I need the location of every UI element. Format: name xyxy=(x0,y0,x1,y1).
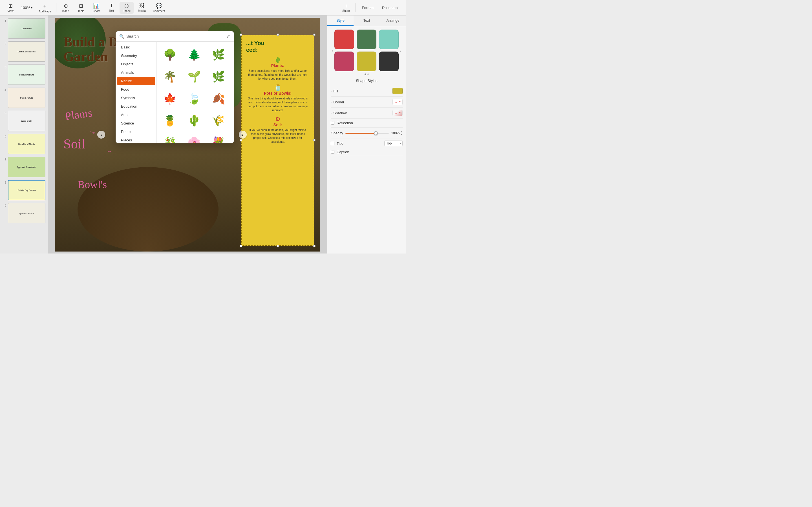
shape-succulent[interactable]: 🌸 xyxy=(184,132,204,143)
shape-deciduous-tree[interactable]: 🌳 xyxy=(160,45,180,65)
shape-flower-cluster[interactable]: 💐 xyxy=(208,132,229,143)
title-position-select[interactable]: Top Bottom xyxy=(384,140,403,146)
border-row[interactable]: › Border xyxy=(331,97,403,108)
shape-cat-basic[interactable]: Basic xyxy=(117,43,155,51)
slide-thumb-7[interactable]: 7 Types of Succulents xyxy=(2,156,46,178)
opacity-decrement[interactable]: ▼ xyxy=(400,133,403,136)
shape-bamboo[interactable]: 🎋 xyxy=(160,132,180,143)
slide-number-8: 8 xyxy=(2,181,6,184)
shape-style-swatch-red[interactable] xyxy=(335,30,354,49)
shape-pine-tree[interactable]: 🌲 xyxy=(184,45,204,65)
shape-search-input[interactable] xyxy=(126,34,224,39)
opacity-slider[interactable] xyxy=(345,133,389,134)
document-button[interactable]: Document xyxy=(378,4,403,11)
canvas-area[interactable]: Build a Dr Garden Plants → Soil → Bowl's… xyxy=(48,15,327,253)
thumb-content-7: Types of Succulents xyxy=(8,157,45,177)
shape-cat-animals[interactable]: Animals xyxy=(117,68,155,76)
slide-thumb-5[interactable]: 5 Word origin xyxy=(2,110,46,131)
shape-cat-nature[interactable]: Nature xyxy=(117,77,155,85)
tab-text[interactable]: Text xyxy=(354,15,380,26)
shape-palm-tree[interactable]: 🌴 xyxy=(160,66,180,87)
slide-thumb-3[interactable]: 3 Succulent Parts xyxy=(2,64,46,86)
shape-style-swatch-teal[interactable] xyxy=(379,30,399,49)
slide-thumb-4[interactable]: 4 Past & Future xyxy=(2,87,46,108)
shape-plant-stem[interactable]: 🌱 xyxy=(184,66,204,87)
chart-button[interactable]: 📊 Chart xyxy=(89,2,103,14)
tab-arrange[interactable]: Arrange xyxy=(380,15,406,26)
prev-slide-button[interactable]: ‹ xyxy=(97,131,105,138)
view-button[interactable]: ⊞ View xyxy=(3,2,17,14)
shape-cat-geometry[interactable]: Geometry xyxy=(117,52,155,60)
swatch-grid xyxy=(335,30,399,71)
caption-checkbox[interactable] xyxy=(331,150,335,154)
next-slide-button[interactable]: › xyxy=(239,131,247,138)
opacity-thumb[interactable] xyxy=(374,131,378,135)
swatch-prev-arrow[interactable]: ‹ xyxy=(331,47,335,54)
plants-icon: 🌵 xyxy=(246,57,309,63)
insert-button[interactable]: ⊕ Insert xyxy=(59,2,73,14)
eyedropper-icon[interactable]: 🖊 xyxy=(226,34,231,39)
shape-cat-symbols[interactable]: Symbols xyxy=(117,94,155,102)
slide-thumb-2[interactable]: 2 Cacti & Succulents xyxy=(2,41,46,62)
comment-icon: 💬 xyxy=(156,3,162,9)
shape-style-swatch-dark-red[interactable] xyxy=(335,52,354,71)
shape-picker-body: BasicGeometryObjectsAnimalsNatureFoodSym… xyxy=(116,42,234,143)
comment-button[interactable]: 💬 Comment xyxy=(150,2,168,14)
shape-style-swatch-dark-green[interactable] xyxy=(357,30,376,49)
caption-label: Caption xyxy=(337,150,403,154)
title-checkbox[interactable] xyxy=(331,142,335,145)
shape-leaf[interactable]: 🍃 xyxy=(184,89,204,109)
swatch-next-arrow[interactable]: › xyxy=(399,47,403,54)
shape-pineapple-plant[interactable]: 🍍 xyxy=(160,110,180,131)
shadow-row[interactable]: › Shadow xyxy=(331,108,403,119)
fill-row[interactable]: › Fill xyxy=(331,86,403,97)
slide-thumb-8[interactable]: 8 Build a Dry Garden xyxy=(2,179,46,201)
shape-bonsai-tree[interactable]: 🌿 xyxy=(208,45,229,65)
shape-cat-objects[interactable]: Objects xyxy=(117,60,155,68)
slide-number-3: 3 xyxy=(2,66,6,69)
media-button[interactable]: 🖼 Media xyxy=(135,2,149,13)
opacity-increment[interactable]: ▲ xyxy=(400,130,403,133)
slide-thumb-9[interactable]: 9 Species of Cacti xyxy=(2,203,46,224)
caption-row: Caption xyxy=(331,148,403,156)
tab-style[interactable]: Style xyxy=(327,15,354,26)
plants-section-title: Plants: xyxy=(246,63,309,68)
shape-cat-people[interactable]: People xyxy=(117,128,155,136)
shape-dark-leaf[interactable]: 🍂 xyxy=(208,89,229,109)
reflection-checkbox[interactable] xyxy=(331,121,335,125)
text-button[interactable]: T Text xyxy=(104,2,118,13)
right-panel: Style Text Arrange ‹ › Shape Styles › Fi… xyxy=(327,15,406,253)
slide-thumb-1[interactable]: 1 Cacti slide xyxy=(2,18,46,39)
shape-style-swatch-dark[interactable] xyxy=(379,52,399,71)
shape-cat-places[interactable]: Places xyxy=(117,136,155,143)
slide-number-5: 5 xyxy=(2,112,6,115)
shape-maple-leaf[interactable]: 🍁 xyxy=(160,89,180,109)
fill-color-swatch[interactable] xyxy=(393,88,403,94)
soil-section: ⚙ Soil: If you've been in the desert, yo… xyxy=(246,116,309,144)
title-row: Title Top Bottom xyxy=(331,139,403,148)
shape-style-swatch-yellow[interactable] xyxy=(357,52,376,71)
shape-cat-education[interactable]: Education xyxy=(117,102,155,110)
opacity-stepper[interactable]: ▲ ▼ xyxy=(400,130,403,136)
shape-cat-food[interactable]: Food xyxy=(117,86,155,94)
table-button[interactable]: ⊞ Table xyxy=(74,2,88,14)
pots-section-text: One nice thing about the relatively shal… xyxy=(246,97,309,112)
shape-grass[interactable]: 🌾 xyxy=(208,110,229,131)
format-button[interactable]: Format xyxy=(358,4,377,11)
share-button[interactable]: ↑ Share xyxy=(339,2,353,13)
shadow-preview xyxy=(393,110,403,116)
insert-icon: ⊕ xyxy=(64,3,68,9)
thumb-content-1: Cacti slide xyxy=(8,18,45,38)
info-box[interactable]: ...t You eed: 🌵 Plants: Some succulents … xyxy=(241,35,314,246)
view-label: View xyxy=(7,10,13,13)
add-page-button[interactable]: ＋ Add Page xyxy=(36,1,54,14)
shape-fern[interactable]: 🌿 xyxy=(208,66,229,87)
slide-thumb-6[interactable]: 6 Benefits of Plants xyxy=(2,133,46,155)
shape-button[interactable]: ⬡ Shape xyxy=(119,2,134,14)
zoom-button[interactable]: 100% ▾ xyxy=(18,4,35,11)
shape-cactus[interactable]: 🌵 xyxy=(184,110,204,131)
shape-cat-arts[interactable]: Arts xyxy=(117,111,155,119)
slide-number-1: 1 xyxy=(2,19,6,22)
shadow-label: Shadow xyxy=(333,111,393,115)
shape-cat-science[interactable]: Science xyxy=(117,119,155,127)
